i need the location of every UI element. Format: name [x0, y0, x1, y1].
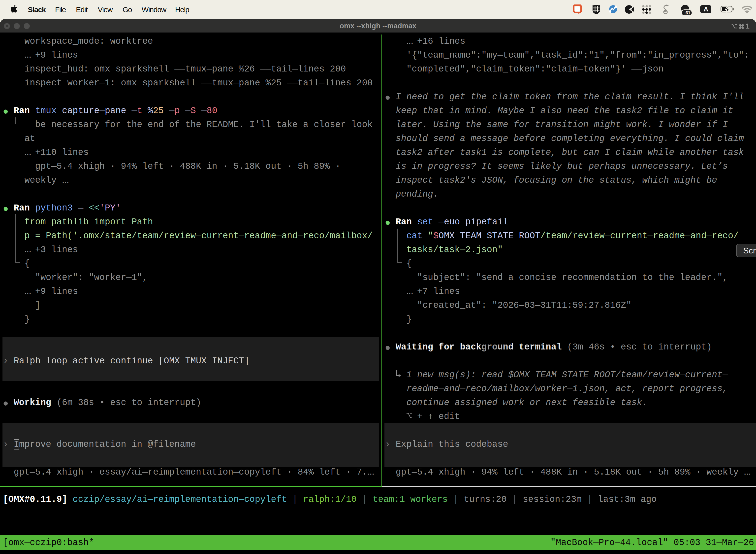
svg-text:A: A [704, 5, 708, 13]
svg-text:..61: ..61 [684, 10, 691, 15]
